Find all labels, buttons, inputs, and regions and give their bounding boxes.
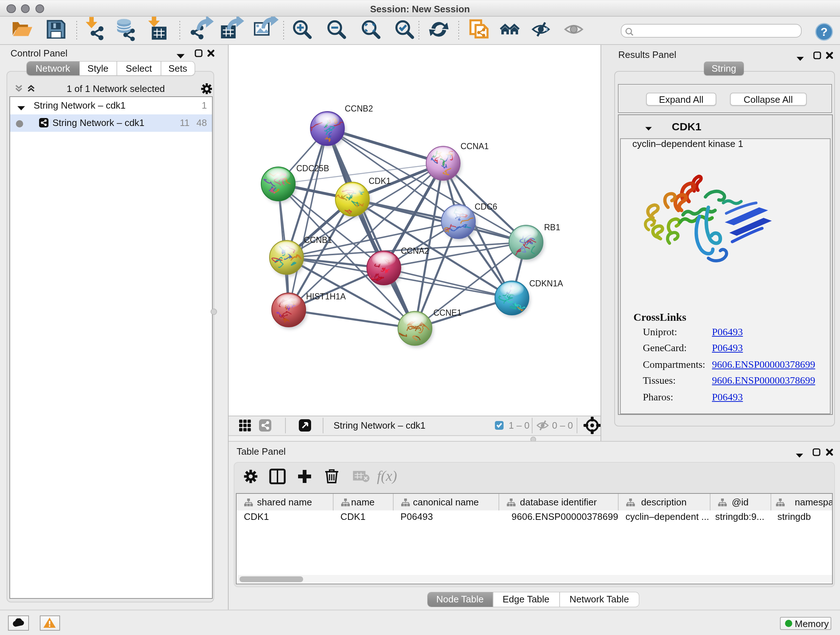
svg-text:CDK1: CDK1 [368,176,390,186]
svg-text:CDC25B: CDC25B [296,164,329,173]
svg-text:f(x): f(x) [377,468,397,484]
svg-text:CCNA1: CCNA1 [460,141,488,151]
svg-text:CCNA2: CCNA2 [401,246,429,256]
svg-text:1 – 0: 1 – 0 [508,420,529,431]
svg-text:String Network – cdk1: String Network – cdk1 [333,420,425,431]
svg-text:RB1: RB1 [544,223,560,232]
svg-text:CDKN1A: CDKN1A [529,279,563,288]
svg-text:0 – 0: 0 – 0 [552,420,573,431]
svg-text:HIST1H1A: HIST1H1A [306,292,346,301]
svg-text:CCNB1: CCNB1 [303,235,332,245]
svg-text:CDC6: CDC6 [474,202,497,211]
svg-text:CCNB2: CCNB2 [344,104,373,113]
svg-text:?: ? [821,25,828,38]
svg-text:CCNE1: CCNE1 [433,308,461,318]
